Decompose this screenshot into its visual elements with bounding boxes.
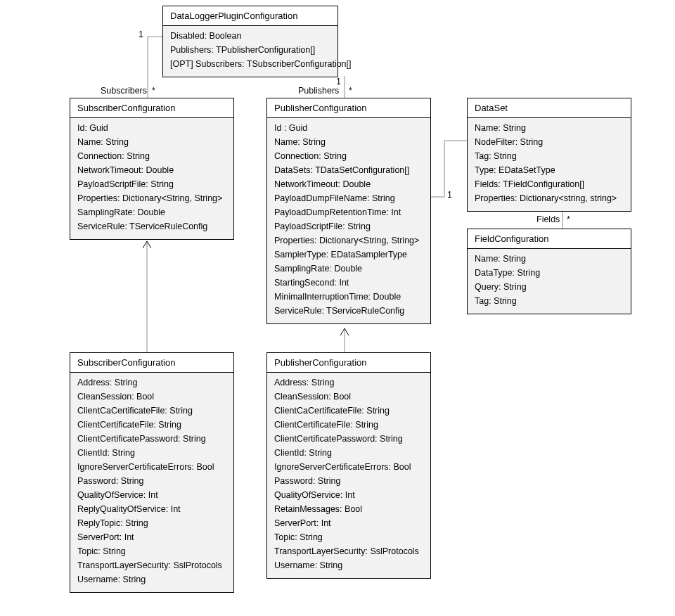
class-attr: NetworkTimeout: Double <box>77 163 226 177</box>
class-attr: [OPT] Subscribers: TSubscriberConfigurat… <box>170 57 330 71</box>
class-attr: StartingSecond: Int <box>274 276 423 290</box>
class-attr: ClientCertificatePassword: String <box>274 432 423 446</box>
class-attr: Disabled: Boolean <box>170 29 330 43</box>
class-publisherconfiguration-base: PublisherConfiguration Id : Guid Name: S… <box>266 98 431 324</box>
class-attr: Fields: TFieldConfiguration[] <box>475 177 624 191</box>
class-title: SubscriberConfiguration <box>70 98 233 118</box>
class-attr: ClientCaCertificateFile: String <box>274 404 423 418</box>
class-attr: Name: String <box>475 121 624 135</box>
class-attr: Type: EDataSetType <box>475 163 624 177</box>
class-body: Address: String CleanSession: Bool Clien… <box>267 373 430 578</box>
class-attr: Connection: String <box>77 149 226 163</box>
class-attr: SamplerType: EDataSamplerType <box>274 248 423 262</box>
class-title: DataSet <box>468 98 631 118</box>
class-body: Name: String NodeFilter: String Tag: Str… <box>468 118 631 211</box>
class-attr: PayloadScriptFile: String <box>77 177 226 191</box>
multiplicity-many: * <box>349 86 352 96</box>
class-attr: MinimalInterruptionTime: Double <box>274 290 423 304</box>
class-attr: IgnoreServerCertificateErrors: Bool <box>77 460 226 474</box>
role-fields: Fields <box>536 214 560 224</box>
class-attr: Connection: String <box>274 149 423 163</box>
class-title: SubscriberConfiguration <box>70 353 233 373</box>
class-attr: Address: String <box>77 376 226 390</box>
class-attr: ClientCertificateFile: String <box>77 418 226 432</box>
role-publishers: Publishers <box>298 86 339 96</box>
class-attr: PayloadDumpRetentionTime: Int <box>274 205 423 219</box>
class-attr: Address: String <box>274 376 423 390</box>
class-dataset: DataSet Name: String NodeFilter: String … <box>467 98 631 212</box>
class-attr: IgnoreServerCertificateErrors: Bool <box>274 460 423 474</box>
class-title: FieldConfiguration <box>468 229 631 249</box>
multiplicity-one: 1 <box>447 190 452 200</box>
class-attr: Publishers: TPublisherConfiguration[] <box>170 43 330 57</box>
class-attr: Name: String <box>274 135 423 149</box>
class-attr: Id: Guid <box>77 121 226 135</box>
class-attr: Password: String <box>274 474 423 488</box>
class-attr: TransportLayerSecurity: SslProtocols <box>274 544 423 558</box>
class-subscriberconfiguration-mqtt: SubscriberConfiguration Address: String … <box>70 352 234 593</box>
class-attr: Tag: String <box>475 294 624 308</box>
class-attr: ServiceRule: TServiceRuleConfig <box>274 304 423 318</box>
class-title: DataLoggerPluginConfiguration <box>163 6 338 26</box>
class-attr: Id : Guid <box>274 121 423 135</box>
class-attr: ReplyTopic: String <box>77 516 226 530</box>
class-body: Address: String CleanSession: Bool Clien… <box>70 373 233 592</box>
class-body: Name: String DataType: String Query: Str… <box>468 249 631 314</box>
class-attr: DataType: String <box>475 266 624 280</box>
class-attr: SamplingRate: Double <box>274 262 423 276</box>
class-attr: ClientCertificatePassword: String <box>77 432 226 446</box>
class-body: Disabled: Boolean Publishers: TPublisher… <box>163 26 338 77</box>
class-attr: CleanSession: Bool <box>274 390 423 404</box>
class-fieldconfiguration: FieldConfiguration Name: String DataType… <box>467 229 631 314</box>
class-attr: Username: String <box>274 558 423 572</box>
class-attr: ClientId: String <box>274 446 423 460</box>
class-attr: TransportLayerSecurity: SslProtocols <box>77 558 226 572</box>
class-attr: NetworkTimeout: Double <box>274 177 423 191</box>
class-attr: PayloadDumpFileName: String <box>274 191 423 205</box>
class-attr: ServiceRule: TServiceRuleConfig <box>77 219 226 233</box>
class-title: PublisherConfiguration <box>267 98 430 118</box>
class-attr: DataSets: TDataSetConfiguration[] <box>274 163 423 177</box>
uml-canvas: { "labels": { "subscribers": "Subscriber… <box>0 0 675 616</box>
class-attr: QualityOfService: Int <box>77 488 226 502</box>
class-attr: ReplyQualityOfService: Int <box>77 502 226 516</box>
class-attr: Topic: String <box>274 530 423 544</box>
class-attr: CleanSession: Bool <box>77 390 226 404</box>
class-attr: SamplingRate: Double <box>77 205 226 219</box>
multiplicity-many: * <box>567 214 570 224</box>
class-attr: Topic: String <box>77 544 226 558</box>
class-attr: Properties: Dictionary<String, String> <box>77 191 226 205</box>
class-attr: Password: String <box>77 474 226 488</box>
class-attr: ClientId: String <box>77 446 226 460</box>
class-attr: ServerPort: Int <box>274 516 423 530</box>
role-subscribers: Subscribers <box>101 86 147 96</box>
class-attr: Query: String <box>475 280 624 294</box>
class-dataloggerpluginconfiguration: DataLoggerPluginConfiguration Disabled: … <box>162 6 338 77</box>
class-attr: ClientCertificateFile: String <box>274 418 423 432</box>
multiplicity-one: 1 <box>139 30 143 39</box>
class-attr: QualityOfService: Int <box>274 488 423 502</box>
class-attr: Name: String <box>475 252 624 266</box>
multiplicity-many: * <box>152 86 155 96</box>
class-attr: Properties: Dictionary<string, string> <box>475 191 624 205</box>
class-body: Id : Guid Name: String Connection: Strin… <box>267 118 430 323</box>
class-attr: ClientCaCertificateFile: String <box>77 404 226 418</box>
multiplicity-one: 1 <box>336 77 341 86</box>
class-attr: Properties: Dictionary<String, String> <box>274 233 423 248</box>
class-attr: Tag: String <box>475 149 624 163</box>
class-attr: ServerPort: Int <box>77 530 226 544</box>
class-title: PublisherConfiguration <box>267 353 430 373</box>
class-attr: RetainMessages: Bool <box>274 502 423 516</box>
class-subscriberconfiguration-base: SubscriberConfiguration Id: Guid Name: S… <box>70 98 234 240</box>
class-attr: Name: String <box>77 135 226 149</box>
class-publisherconfiguration-mqtt: PublisherConfiguration Address: String C… <box>266 352 431 579</box>
class-attr: Username: String <box>77 572 226 586</box>
class-attr: PayloadScriptFile: String <box>274 219 423 233</box>
class-attr: NodeFilter: String <box>475 135 624 149</box>
class-body: Id: Guid Name: String Connection: String… <box>70 118 233 239</box>
